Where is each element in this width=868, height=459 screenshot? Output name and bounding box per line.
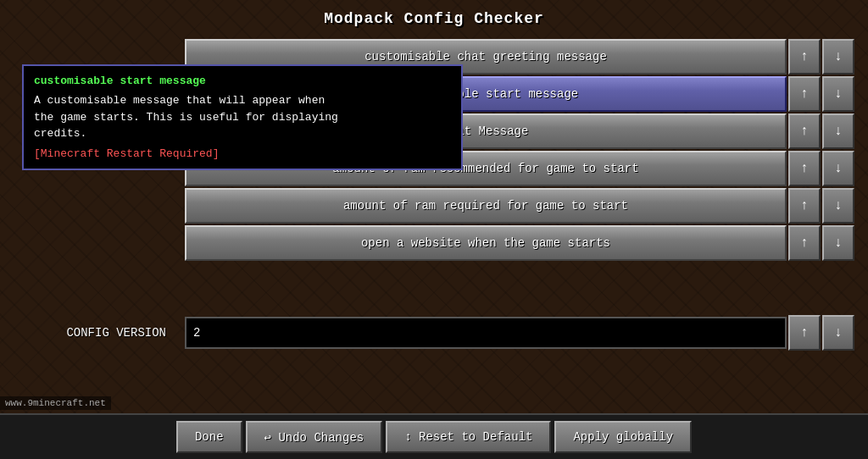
config-row-website: open a website when the game starts↑↓ <box>14 225 854 261</box>
config-row-ram_required: amount of ram required for game to start… <box>14 188 854 224</box>
content-area: customisable chat greeting message↑↓cust… <box>14 39 854 459</box>
tooltip-popup: customisable start message A customisabl… <box>22 64 463 170</box>
version-input[interactable] <box>185 317 787 349</box>
row-down-greeting[interactable]: ↓ <box>822 39 854 75</box>
version-up-btn[interactable]: ↑ <box>788 315 821 351</box>
row-up-ram_recommended[interactable]: ↑ <box>788 151 821 186</box>
row-up-ram_required[interactable]: ↑ <box>788 188 821 224</box>
version-label: CONFIG VERSION <box>66 326 166 340</box>
row-down-ram_required[interactable]: ↓ <box>822 188 854 224</box>
row-up-start[interactable]: ↑ <box>788 76 821 112</box>
tooltip-description: A customisable message that will appear … <box>34 92 451 142</box>
bottom-bar: Done ↩ Undo Changes ↕ Reset to Default A… <box>0 413 868 459</box>
up-icon: ↑ <box>800 325 809 340</box>
row-down-chat[interactable]: ↓ <box>822 113 854 149</box>
config-item-ram_required[interactable]: amount of ram required for game to start <box>185 188 787 224</box>
apply-button[interactable]: Apply globally <box>554 421 692 453</box>
reset-button[interactable]: ↕ Reset to Default <box>386 421 551 453</box>
down-icon: ↓ <box>834 325 843 340</box>
config-item-website[interactable]: open a website when the game starts <box>185 225 787 261</box>
row-down-start[interactable]: ↓ <box>822 76 854 112</box>
watermark: www.9minecraft.net <box>0 396 111 410</box>
page-title: Modpack Config Checker <box>324 10 544 27</box>
tooltip-title: customisable start message <box>34 75 451 87</box>
undo-button[interactable]: ↩ Undo Changes <box>246 421 383 453</box>
done-button[interactable]: Done <box>176 421 242 453</box>
row-up-website[interactable]: ↑ <box>788 225 821 261</box>
row-down-ram_recommended[interactable]: ↓ <box>822 151 854 186</box>
row-down-website[interactable]: ↓ <box>822 225 854 261</box>
row-up-chat[interactable]: ↑ <box>788 113 821 149</box>
tooltip-restart: [Minecraft Restart Required] <box>34 147 451 160</box>
version-down-btn[interactable]: ↓ <box>822 315 854 351</box>
row-up-greeting[interactable]: ↑ <box>788 39 821 75</box>
